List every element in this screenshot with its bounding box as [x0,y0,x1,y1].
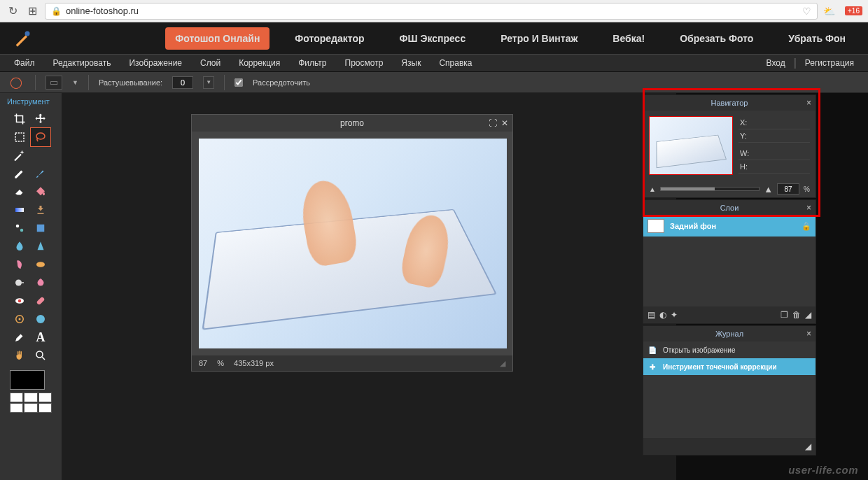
shape-tool[interactable] [31,219,50,237]
bloat-tool[interactable] [31,310,50,328]
heal-tool[interactable] [31,292,50,310]
menu-lang[interactable]: Язык [401,58,421,68]
nav-retro[interactable]: Ретро И Винтаж [491,27,587,50]
canvas-area: promo ⛶ ✕ 87 % 435x319 px ◢ [62,93,676,480]
menu-register[interactable]: Регистрация [805,58,854,68]
new-layer-icon[interactable]: ▤ [648,310,655,320]
crop-tool[interactable] [10,110,29,128]
nav-crop[interactable]: Обрезать Фото [670,27,763,50]
apps-icon[interactable]: ⊞ [25,4,39,18]
nav-removebg[interactable]: Убрать Фон [778,27,855,50]
menu-image[interactable]: Изображение [129,58,182,68]
nav-photoeditor[interactable]: Фоторедактор [285,27,374,50]
lock-icon[interactable]: 🔒 [802,222,811,231]
close-icon[interactable]: ✕ [501,118,508,128]
nav-webcam[interactable]: Вебка! [603,27,654,50]
heart-icon[interactable]: ♡ [802,6,811,17]
heal-icon: ✚ [648,362,657,372]
layers-empty [643,237,816,306]
pinch-tool[interactable] [10,310,29,328]
sharpen-tool[interactable] [31,237,50,255]
mask-icon[interactable]: ◐ [659,310,666,320]
smudge-tool[interactable] [10,255,29,274]
dodge-tool[interactable] [10,274,29,292]
resize-grip-icon[interactable]: ◢ [500,359,505,368]
close-icon[interactable]: × [806,329,811,339]
bucket-tool[interactable] [31,183,50,201]
zoom-in-icon[interactable]: ▲ [764,184,773,195]
clone-tool[interactable] [31,201,50,219]
lasso-icon: ◯ [10,76,25,90]
menu-adjust[interactable]: Коррекция [239,58,280,68]
document-window: promo ⛶ ✕ 87 % 435x319 px ◢ [191,114,513,372]
foreground-swatch[interactable] [10,370,45,390]
marquee-tool[interactable] [10,128,29,146]
reload-icon[interactable]: ↻ [6,4,20,18]
brush-tool[interactable] [31,164,50,183]
selection-mode-button[interactable]: ▭ [46,76,62,90]
history-header: Журнал × [643,326,816,341]
navigator-header: Навигатор × [643,95,816,111]
gradient-tool[interactable] [10,201,29,219]
history-item[interactable]: ✚ Инструмент точечной коррекции [643,358,816,375]
history-label: Инструмент точечной коррекции [663,363,777,371]
menu-login[interactable]: Вход [766,58,785,68]
caret-icon[interactable]: ▼ [72,79,78,86]
logo-icon[interactable] [13,29,32,48]
menu-view[interactable]: Просмотр [345,58,384,68]
menu-help[interactable]: Справка [439,58,472,68]
sponge-tool[interactable] [31,255,50,274]
blur-tool[interactable] [10,237,29,255]
burn-tool[interactable] [31,274,50,292]
maximize-icon[interactable]: ⛶ [489,118,497,128]
replace-tool[interactable] [10,219,29,237]
feather-input[interactable] [172,76,193,89]
history-item[interactable]: 📄 Открыть изображение [643,341,816,358]
nav-x-label: X: [740,117,747,128]
menu-filter[interactable]: Фильтр [298,58,326,68]
close-icon[interactable]: × [806,203,811,213]
document-title: promo [340,118,364,128]
navigator-zoom: ▲ ▲ % [643,181,816,197]
chevron-down-icon[interactable]: ▼ [203,76,214,89]
weather-icon[interactable]: ⛅ [823,6,835,17]
url-bar[interactable]: 🔒 online-fotoshop.ru ♡ [45,3,818,20]
menu-layer[interactable]: Слой [200,58,220,68]
type-tool[interactable]: A [31,328,50,346]
color-swatches [0,365,62,418]
panels: Навигатор × X: Y: W: H: ▲ ▲ % [676,93,868,480]
zoom-tool[interactable] [31,346,50,365]
layer-row[interactable]: Задний фон 🔒 [643,216,816,237]
wand-tool[interactable] [10,146,29,164]
delete-icon[interactable]: 🗑 [792,310,801,320]
zoom-out-icon[interactable]: ▲ [649,185,656,193]
move-tool[interactable] [31,110,50,128]
watermark: user-life.com [788,464,858,476]
document-canvas[interactable] [192,132,512,355]
navigator-thumbnail[interactable] [649,116,733,175]
status-zoom-unit: % [217,359,224,367]
lasso-tool[interactable] [31,128,50,146]
menu-edit[interactable]: Редактировать [53,58,111,68]
hand-tool[interactable] [10,346,29,365]
eyedropper-tool[interactable] [10,328,29,346]
redeye-tool[interactable] [10,292,29,310]
expand-icon[interactable]: ◢ [805,310,811,320]
palette[interactable] [10,393,52,413]
fx-icon[interactable]: ✦ [671,310,678,320]
status-dims: 435x319 px [234,359,274,367]
close-icon[interactable]: × [806,98,811,108]
svg-point-15 [36,351,43,358]
nav-express[interactable]: ФШ Экспресс [390,27,476,50]
zoom-slider[interactable] [660,187,760,191]
duplicate-icon[interactable]: ❐ [780,310,788,320]
spread-checkbox[interactable] [234,78,243,87]
document-titlebar[interactable]: promo ⛶ ✕ [192,115,512,132]
navigator-panel: Навигатор × X: Y: W: H: ▲ ▲ % [643,94,816,198]
expand-icon[interactable]: ◢ [805,442,811,451]
pencil-tool[interactable] [10,164,29,183]
eraser-tool[interactable] [10,183,29,201]
nav-photoshop-online[interactable]: Фотошоп Онлайн [165,27,270,50]
menu-file[interactable]: Файл [14,58,35,68]
zoom-input[interactable] [777,183,799,195]
